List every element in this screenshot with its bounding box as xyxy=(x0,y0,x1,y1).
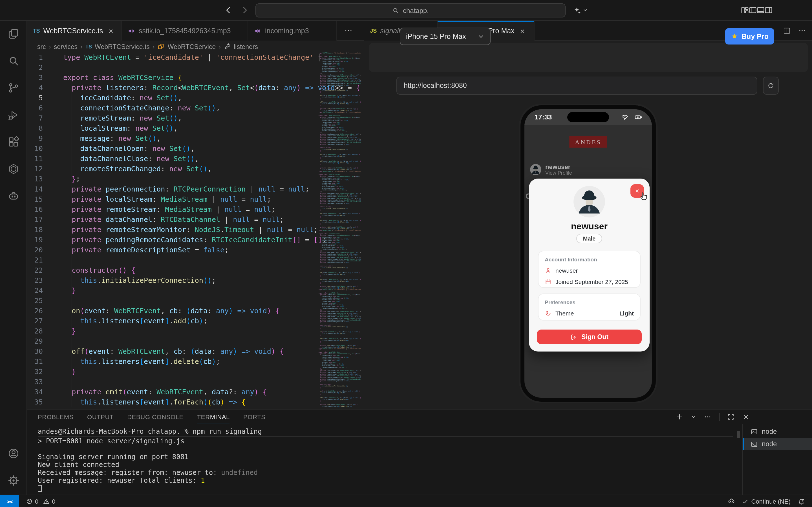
code-line[interactable]: 25 xyxy=(27,296,364,306)
code-line[interactable]: 11 dataChannelClose: new Set(), xyxy=(27,154,364,164)
tab-incoming-mp3[interactable]: incoming.mp3 xyxy=(248,21,337,41)
code-line[interactable]: 20 private remoteDescriptionSet = false; xyxy=(27,245,364,255)
phone-screen: 17:33 ANDES newuser View Profile Chats × xyxy=(524,109,652,398)
code-line[interactable]: 28 } xyxy=(27,326,364,336)
code-line[interactable]: 3export class WebRTCService { xyxy=(27,73,364,83)
code-line[interactable]: 24 } xyxy=(27,286,364,296)
code-line[interactable]: 21 xyxy=(27,255,364,265)
tab-ports[interactable]: PORTS xyxy=(243,409,265,424)
code-line[interactable]: 6 connectionStateChange: new Set(), xyxy=(27,103,364,113)
code-line[interactable]: 17 private dataChannel: RTCDataChannel |… xyxy=(27,215,364,225)
simulator-extension-icon[interactable] xyxy=(7,190,20,202)
indent-guide xyxy=(71,83,72,407)
panel-actions xyxy=(675,409,750,424)
settings-gear-icon[interactable] xyxy=(7,474,20,487)
remote-indicator[interactable]: >< xyxy=(0,495,19,507)
code-line[interactable]: 19 private pendingRemoteCandidates: RTCI… xyxy=(27,235,364,245)
code-line[interactable]: 18 private remoteStreamMonitor: NodeJS.T… xyxy=(27,225,364,235)
terminal-list-item[interactable]: node xyxy=(743,438,812,450)
run-debug-icon[interactable] xyxy=(7,109,20,121)
breadcrumb-symbol[interactable]: listeners xyxy=(234,43,258,50)
chevron-down-icon xyxy=(477,33,485,40)
code-line[interactable]: 27 this.listeners[event].add(cb); xyxy=(27,316,364,326)
code-line[interactable]: 8 localStream: new Set(), xyxy=(27,123,364,133)
more-actions-icon[interactable] xyxy=(798,26,806,35)
maximize-panel-icon[interactable] xyxy=(727,413,735,421)
code-line[interactable]: 29 xyxy=(27,336,364,346)
device-select[interactable]: iPhone 15 Pro Max xyxy=(400,27,491,45)
terminal-output[interactable]: andes@Richards-MacBook-Pro chatapp. % np… xyxy=(38,428,733,492)
tab-terminal[interactable]: TERMINAL xyxy=(197,409,230,424)
breadcrumb: src› services› TS WebRTCService.ts› WebR… xyxy=(27,41,364,52)
accounts-icon[interactable] xyxy=(7,447,20,460)
breadcrumb-class[interactable]: WebRTCService xyxy=(168,43,216,50)
close-panel-icon[interactable] xyxy=(742,413,750,421)
hex-extension-icon[interactable] xyxy=(7,163,20,175)
sign-out-button[interactable]: Sign Out xyxy=(537,330,642,344)
code-line[interactable]: 2 xyxy=(27,62,364,73)
code-line[interactable]: 9 message: new Set(), xyxy=(27,133,364,144)
command-center-search[interactable]: chatapp. xyxy=(255,3,566,17)
forward-icon[interactable] xyxy=(240,5,250,15)
profile-row[interactable]: newuser View Profile xyxy=(530,163,572,176)
javascript-file-icon: JS xyxy=(370,27,377,34)
code-line[interactable]: 32 } xyxy=(27,367,364,377)
typescript-file-icon: TS xyxy=(86,44,92,49)
code-line[interactable]: 23 this.initializePeerConnection(); xyxy=(27,276,364,286)
code-line[interactable]: 14 private peerConnection: RTCPeerConnec… xyxy=(27,184,364,194)
code-line[interactable]: 4 private listeners: Record<WebRTCEvent,… xyxy=(27,83,364,93)
split-editor-icon[interactable] xyxy=(783,26,791,35)
chevron-down-icon[interactable] xyxy=(691,414,696,420)
code-line[interactable]: 34 private emit(event: WebRTCEvent, data… xyxy=(27,387,364,397)
search-sidebar-icon[interactable] xyxy=(7,55,20,67)
tab-output[interactable]: OUTPUT xyxy=(87,409,114,424)
code-line[interactable]: 30 off(event: WebRTCEvent, cb: (data: an… xyxy=(27,346,364,356)
buy-pro-button[interactable]: Buy Pro xyxy=(725,28,774,45)
code-editor[interactable]: 1type WebRTCEvent = 'iceCandidate' | 'co… xyxy=(27,52,364,409)
close-icon[interactable]: × xyxy=(109,26,113,35)
minimap[interactable]: type WebRTCEvent = 'iceCandidate' | 'con… xyxy=(319,52,361,409)
theme-row[interactable]: Theme Light xyxy=(545,310,634,317)
toggle-secondary-sidebar-icon[interactable] xyxy=(764,6,773,15)
source-control-icon[interactable] xyxy=(7,82,20,94)
problems-status[interactable]: 0 0 xyxy=(26,495,56,507)
close-icon[interactable]: × xyxy=(520,26,525,35)
code-line[interactable]: 10 dataChannelOpen: new Set(), xyxy=(27,144,364,154)
search-value: chatapp. xyxy=(403,6,429,14)
tab-sstik-mp3[interactable]: sstik.io_1758454926345.mp3 xyxy=(122,21,248,41)
copilot-sparkle-icon[interactable] xyxy=(572,6,581,15)
extensions-icon[interactable] xyxy=(7,136,20,148)
code-line[interactable]: 33 xyxy=(27,377,364,387)
code-line[interactable]: 7 remoteStream: new Set(), xyxy=(27,113,364,123)
terminal-list-item[interactable]: node xyxy=(743,425,812,438)
breadcrumb-src[interactable]: src xyxy=(37,43,46,50)
code-line[interactable]: 26 on(event: WebRTCEvent, cb: (data: any… xyxy=(27,306,364,316)
code-line[interactable]: 13 }; xyxy=(27,174,364,184)
code-line[interactable]: 1type WebRTCEvent = 'iceCandidate' | 'co… xyxy=(27,52,364,62)
breadcrumb-services[interactable]: services xyxy=(54,43,78,50)
tab-webrtcservice[interactable]: TS WebRTCService.ts × xyxy=(27,21,122,41)
explorer-icon[interactable] xyxy=(7,27,20,40)
code-line[interactable]: 5 iceCandidate: new Set(), xyxy=(27,93,364,103)
code-line[interactable]: 15 private localStream: MediaStream | nu… xyxy=(27,194,364,205)
continue-status-item[interactable]: Continue (NE) xyxy=(742,498,791,505)
tab-debug-console[interactable]: DEBUG CONSOLE xyxy=(127,409,184,424)
chevron-down-icon[interactable] xyxy=(582,7,588,13)
back-icon[interactable] xyxy=(223,5,234,15)
more-actions-icon[interactable] xyxy=(704,413,712,421)
new-terminal-icon[interactable] xyxy=(675,413,683,421)
bell-icon[interactable] xyxy=(797,497,805,505)
code-line[interactable]: 22 constructor() { xyxy=(27,265,364,276)
code-line[interactable]: 31 this.listeners[event].delete(cb); xyxy=(27,356,364,367)
breadcrumb-file[interactable]: WebRTCService.ts xyxy=(95,43,150,50)
copilot-icon[interactable] xyxy=(728,497,735,505)
more-tabs-button[interactable]: ⋯ xyxy=(337,21,360,40)
terminal-scrollbar[interactable] xyxy=(737,431,740,438)
url-input[interactable]: http://localhost:8080 xyxy=(396,76,757,95)
reload-button[interactable] xyxy=(763,76,779,95)
tab-problems[interactable]: PROBLEMS xyxy=(38,409,73,424)
code-line[interactable]: 35 this.listeners[event].forEach((cb) =>… xyxy=(27,397,364,407)
view-profile-link[interactable]: View Profile xyxy=(545,170,572,176)
code-line[interactable]: 16 private remoteStream: MediaStream | n… xyxy=(27,205,364,215)
code-line[interactable]: 12 remoteStreamChanged: new Set(), xyxy=(27,164,364,174)
